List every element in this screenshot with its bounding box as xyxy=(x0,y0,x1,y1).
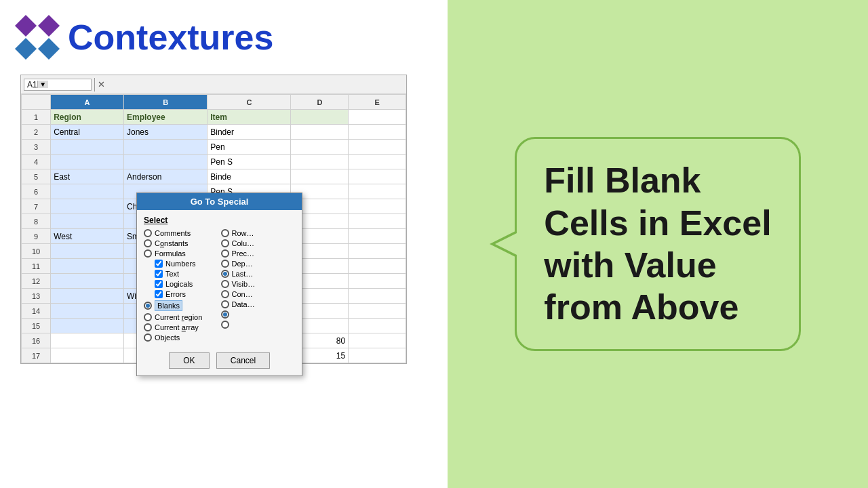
cell-a14[interactable] xyxy=(51,304,124,319)
cell-e3[interactable] xyxy=(349,140,406,155)
radio-col-diff[interactable]: Colu… xyxy=(221,239,296,247)
cell-b5[interactable]: Anderson xyxy=(123,169,207,184)
cell-e8[interactable] xyxy=(349,214,406,229)
col-header-c[interactable]: C xyxy=(208,95,291,110)
cell-c3[interactable]: Pen xyxy=(208,140,291,155)
col-header-a[interactable]: A xyxy=(51,95,124,110)
row-header: 11 xyxy=(22,259,51,274)
speech-bubble: Fill Blank Cells in Excel with Value fro… xyxy=(515,137,800,351)
cell-e5[interactable] xyxy=(349,169,406,184)
cell-a16[interactable] xyxy=(51,333,124,348)
cell-e15[interactable] xyxy=(349,319,406,333)
name-box-dropdown[interactable]: ▼ xyxy=(37,81,48,88)
cell-a7[interactable] xyxy=(51,199,124,214)
checkbox-numbers[interactable]: Numbers xyxy=(155,260,218,268)
cell-b2[interactable]: Jones xyxy=(123,125,207,140)
radio-last-cell[interactable]: Last… xyxy=(221,270,296,278)
row-header: 3 xyxy=(22,140,51,155)
cell-e1[interactable] xyxy=(349,110,406,125)
row-header: 16 xyxy=(22,333,51,348)
cell-e11[interactable] xyxy=(349,259,406,274)
radio-visible[interactable]: Visib… xyxy=(221,280,296,288)
cell-a15[interactable] xyxy=(51,319,124,333)
cell-a4[interactable] xyxy=(51,155,124,169)
cell-e7[interactable] xyxy=(349,199,406,214)
radio-blanks[interactable]: Blanks xyxy=(144,300,218,311)
checkbox-numbers-label: Numbers xyxy=(165,260,196,268)
cell-a17[interactable] xyxy=(51,348,124,363)
cell-d3[interactable] xyxy=(291,140,349,155)
cell-a3[interactable] xyxy=(51,140,124,155)
cell-e10[interactable] xyxy=(349,244,406,259)
col-header-e[interactable]: E xyxy=(349,95,406,110)
cell-e16[interactable] xyxy=(349,333,406,348)
checkbox-logicals-input[interactable] xyxy=(155,280,163,288)
cell-b1[interactable]: Employee xyxy=(123,110,207,125)
radio-cond-formats[interactable]: Con… xyxy=(221,290,296,298)
col-header-d[interactable]: D xyxy=(291,95,349,110)
cell-e6[interactable] xyxy=(349,184,406,199)
row-header: 17 xyxy=(22,348,51,363)
radio-row-diff[interactable]: Row… xyxy=(221,229,296,237)
cell-e4[interactable] xyxy=(349,155,406,169)
svg-marker-7 xyxy=(15,38,37,60)
radio-filled-1[interactable] xyxy=(221,310,296,319)
radio-empty-1-dot xyxy=(221,321,229,329)
cell-e13[interactable] xyxy=(349,289,406,304)
cell-d1[interactable] xyxy=(291,110,349,125)
cell-c4[interactable]: Pen S xyxy=(208,155,291,169)
go-to-special-dialog: Go To Special Select Comments Con xyxy=(136,192,302,376)
radio-col-diff-label: Colu… xyxy=(232,239,255,247)
checkbox-numbers-input[interactable] xyxy=(155,260,163,268)
row-header: 5 xyxy=(22,169,51,184)
cell-d2[interactable] xyxy=(291,125,349,140)
cell-c2[interactable]: Binder xyxy=(208,125,291,140)
cell-e9[interactable] xyxy=(349,229,406,244)
radio-empty-1[interactable] xyxy=(221,321,296,329)
cell-d4[interactable] xyxy=(291,155,349,169)
radio-last-cell-dot xyxy=(221,270,229,278)
row-header: 12 xyxy=(22,274,51,289)
cell-e12[interactable] xyxy=(349,274,406,289)
cell-a10[interactable] xyxy=(51,244,124,259)
radio-dependents[interactable]: Dep… xyxy=(221,260,296,268)
dialog-body: Select Comments Constants xyxy=(137,210,302,347)
cancel-button[interactable]: Cancel xyxy=(216,352,270,369)
formula-bar-close[interactable]: ✕ xyxy=(98,79,105,89)
radio-current-array[interactable]: Current array xyxy=(144,323,218,331)
checkbox-text-input[interactable] xyxy=(155,270,163,278)
radio-objects[interactable]: Objects xyxy=(144,333,218,342)
radio-precedents[interactable]: Prec… xyxy=(221,249,296,258)
row-header: 15 xyxy=(22,319,51,333)
radio-formulas[interactable]: Formulas xyxy=(144,249,218,258)
cell-b3[interactable] xyxy=(123,140,207,155)
cell-a8[interactable] xyxy=(51,214,124,229)
cell-d5[interactable] xyxy=(291,169,349,184)
cell-e2[interactable] xyxy=(349,125,406,140)
cell-a1[interactable]: Region xyxy=(51,110,124,125)
cell-b4[interactable] xyxy=(123,155,207,169)
cell-e14[interactable] xyxy=(349,304,406,319)
checkbox-text[interactable]: Text xyxy=(155,270,218,278)
cell-c1[interactable]: Item xyxy=(208,110,291,125)
spreadsheet-container: A1 ▼ ✕ A xyxy=(20,75,407,364)
checkbox-errors-input[interactable] xyxy=(155,290,163,298)
col-header-b[interactable]: B xyxy=(123,95,207,110)
cell-a6[interactable] xyxy=(51,184,124,199)
radio-constants[interactable]: Constants xyxy=(144,239,218,247)
cell-a11[interactable] xyxy=(51,259,124,274)
cell-a5[interactable]: East xyxy=(51,169,124,184)
name-box[interactable]: A1 ▼ xyxy=(24,79,92,91)
checkbox-logicals[interactable]: Logicals xyxy=(155,280,218,288)
cell-a12[interactable] xyxy=(51,274,124,289)
checkbox-errors[interactable]: Errors xyxy=(155,290,218,298)
cell-a2[interactable]: Central xyxy=(51,125,124,140)
ok-button[interactable]: OK xyxy=(169,352,210,369)
cell-c5[interactable]: Binde xyxy=(208,169,291,184)
radio-comments[interactable]: Comments xyxy=(144,229,218,237)
cell-a9[interactable]: West xyxy=(51,229,124,244)
radio-current-region[interactable]: Current region xyxy=(144,313,218,321)
radio-data-val[interactable]: Data… xyxy=(221,300,296,308)
cell-a13[interactable] xyxy=(51,289,124,304)
cell-e17[interactable] xyxy=(349,348,406,363)
